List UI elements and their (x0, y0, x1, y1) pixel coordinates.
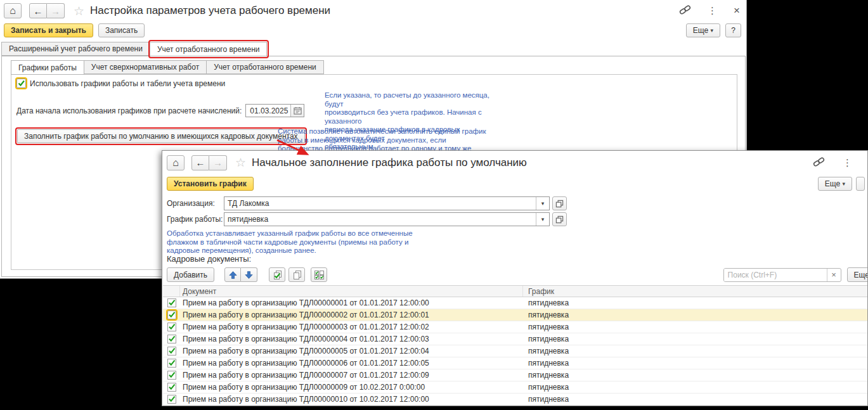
use-schedules-checkbox[interactable] (16, 79, 26, 88)
save-and-close-button[interactable]: Записать и закрыть (4, 23, 93, 37)
table-row[interactable]: Прием на работу в организацию ТДЛ0000001… (163, 394, 867, 406)
document-cell: Прием на работу в организацию ТДЛ0000000… (180, 321, 523, 333)
dialog-window: ⌂ ← → ☆ Начальное заполнение графика раб… (162, 150, 868, 406)
table-row[interactable]: Прием на работу в организацию ТДЛ0000000… (163, 381, 867, 394)
table-row[interactable]: Прием на работу в организацию ТДЛ0000000… (163, 297, 867, 309)
tab-worked-time-accounting[interactable]: Учет отработанного времени (150, 42, 268, 56)
dialog-more-button[interactable]: Еще ▾ (818, 177, 852, 191)
table-row[interactable]: Прием на работу в организацию ТДЛ0000000… (163, 357, 867, 369)
row-checkbox[interactable] (167, 395, 176, 404)
schedule-cell: пятидневка (523, 394, 867, 405)
subtab-overtime-work[interactable]: Учет сверхнормативных работ (84, 60, 207, 74)
table-header: Документ График (163, 285, 867, 297)
schedule-label: График работы: (167, 215, 224, 224)
header-checkbox-column[interactable] (163, 286, 180, 297)
close-icon[interactable]: × (734, 4, 740, 17)
save-button[interactable]: Записать (98, 23, 145, 37)
table-row[interactable]: Прием на работу в организацию ТДЛ0000000… (163, 333, 867, 345)
help-button[interactable]: ? (725, 23, 741, 37)
more-button[interactable]: Еще ▾ (686, 23, 720, 37)
schedule-cell: пятидневка (523, 297, 867, 309)
row-checkbox[interactable] (167, 347, 176, 356)
main-command-bar: Записать и закрыть Записать Еще ▾ ? (4, 23, 741, 37)
forward-icon[interactable]: → (47, 3, 65, 18)
table-body: Прием на работу в организацию ТДЛ0000000… (163, 297, 867, 406)
history-nav: ← → (29, 3, 65, 18)
schedule-start-date-field[interactable]: 01.03.2025 (245, 104, 304, 117)
schedule-start-date-row: Дата начала использования графиков при р… (16, 104, 304, 117)
favorite-star-icon[interactable]: ☆ (235, 157, 246, 169)
schedule-cell: пятидневка (523, 333, 867, 345)
dialog-titlebar: ⌂ ← → ☆ Начальное заполнение графика раб… (167, 154, 864, 171)
row-checkbox[interactable] (167, 298, 176, 307)
table-row[interactable]: Прием на работу в организацию ТДЛ0000000… (163, 321, 867, 333)
screen: ⌂ ← → ☆ Настройка параметров учета рабоч… (0, 0, 868, 410)
schedule-cell: пятидневка (523, 381, 867, 393)
chevron-down-icon[interactable]: ▾ (536, 197, 549, 210)
home-icon[interactable]: ⌂ (4, 3, 22, 18)
uncheck-all-icon[interactable] (288, 267, 305, 282)
more-menu-icon[interactable]: ⋮ (843, 157, 852, 169)
annotation-arrow (275, 138, 315, 160)
row-checkbox[interactable] (167, 359, 176, 368)
main-window-title: Настройка параметров учета рабочего врем… (90, 4, 330, 17)
subtab-work-schedules[interactable]: Графики работы (11, 60, 84, 75)
open-organization-icon[interactable] (552, 196, 567, 210)
schedule-start-date-value: 01.03.2025 (246, 105, 290, 117)
invert-checks-icon[interactable] (311, 267, 327, 282)
main-window-titlebar: ⌂ ← → ☆ Настройка параметров учета рабоч… (4, 3, 741, 19)
move-down-icon[interactable] (241, 267, 257, 282)
open-schedule-icon[interactable] (552, 212, 567, 226)
calendar-icon[interactable] (290, 105, 304, 117)
sub-tabs: Графики работы Учет сверхнормативных раб… (11, 60, 324, 74)
move-buttons (224, 267, 257, 282)
subtab-worked-time[interactable]: Учет отработанного времени (207, 60, 324, 74)
check-all-icon[interactable] (269, 267, 285, 282)
header-document[interactable]: Документ (180, 286, 523, 297)
document-cell: Прием на работу в организацию ТДЛ0000000… (180, 369, 523, 381)
search-clear-icon[interactable]: × (827, 269, 841, 281)
set-schedule-button[interactable]: Установить график (167, 177, 254, 191)
dialog-hint-text: Обработка устанавливает указанный график… (167, 229, 420, 255)
search-input[interactable] (724, 269, 827, 281)
add-button[interactable]: Добавить (167, 267, 214, 282)
chevron-down-icon: ▾ (710, 27, 713, 34)
schedule-field[interactable]: пятидневка ▾ (224, 212, 550, 226)
use-schedules-row: Использовать графики работы и табели уче… (16, 79, 225, 88)
link-icon[interactable] (813, 156, 825, 170)
main-tabs: Расширенный учет рабочего времени Учет о… (1, 42, 267, 56)
schedule-row: График работы: пятидневка ▾ (167, 212, 567, 226)
document-cell: Прием на работу в организацию ТДЛ0000000… (180, 345, 523, 357)
header-schedule[interactable]: График (523, 286, 867, 297)
move-up-icon[interactable] (224, 267, 241, 282)
document-cell: Прием на работу в организацию ТДЛ0000001… (180, 394, 523, 405)
row-checkbox[interactable] (167, 323, 176, 331)
search-field[interactable]: × (723, 268, 841, 282)
schedule-cell: пятидневка (523, 345, 867, 357)
chevron-down-icon[interactable]: ▾ (536, 213, 549, 226)
table-row[interactable]: Прием на работу в организацию ТДЛ0000000… (163, 345, 867, 357)
more-menu-icon[interactable]: ⋮ (708, 5, 717, 16)
table-more-button[interactable]: Еще (847, 267, 868, 282)
back-icon[interactable]: ← (29, 3, 47, 18)
document-cell: Прием на работу в организацию ТДЛ0000000… (180, 309, 523, 321)
table-row[interactable]: Прием на работу в организацию ТДЛ0000000… (163, 369, 867, 381)
back-icon[interactable]: ← (191, 155, 209, 170)
document-cell: Прием на работу в организацию ТДЛ0000000… (180, 381, 523, 393)
favorite-star-icon[interactable]: ☆ (74, 5, 84, 17)
row-checkbox[interactable] (167, 371, 176, 380)
link-icon[interactable] (679, 4, 691, 18)
row-checkbox[interactable] (167, 383, 176, 392)
forward-icon[interactable]: → (209, 155, 227, 170)
home-icon[interactable]: ⌂ (167, 155, 185, 170)
row-checkbox[interactable] (167, 335, 176, 343)
tab-extended-time-accounting[interactable]: Расширенный учет рабочего времени (1, 42, 150, 56)
document-cell: Прием на работу в организацию ТДЛ0000000… (180, 357, 523, 369)
clipped-button[interactable] (856, 177, 865, 191)
schedule-cell: пятидневка (523, 309, 867, 321)
organization-field[interactable]: ТД Лакомка ▾ (224, 196, 550, 210)
row-checkbox[interactable] (167, 311, 176, 319)
table-row[interactable]: Прием на работу в организацию ТДЛ0000000… (163, 309, 867, 321)
chevron-down-icon: ▾ (842, 181, 845, 187)
fill-default-schedule-button[interactable]: Заполнить график работы по умолчанию в и… (17, 129, 305, 143)
